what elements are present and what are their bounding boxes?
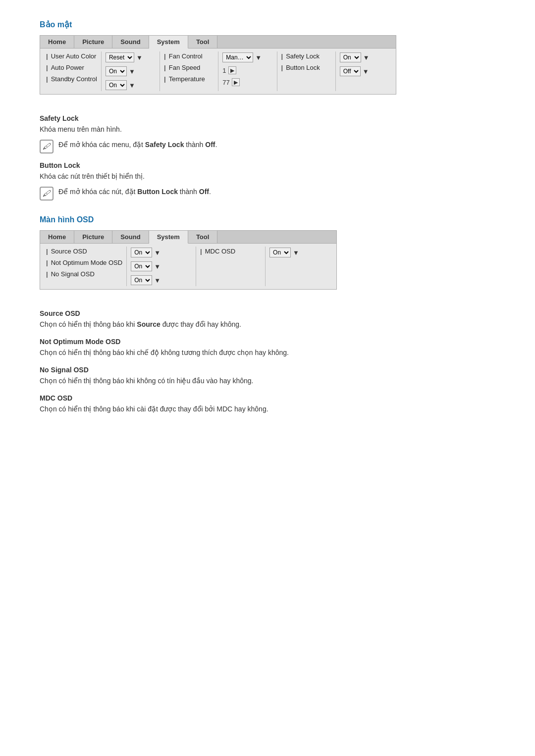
mdc-osd-row: | MDC OSD bbox=[200, 247, 261, 256]
mdc-osd-section: MDC OSD Chọn có hiển thị thông báo khi c… bbox=[40, 394, 495, 414]
not-optimum-osd-section: Not Optimum Mode OSD Chọn có hiển thị th… bbox=[40, 338, 495, 358]
note-icon-2: 🖊 bbox=[40, 187, 54, 201]
temperature-value: 77 ▶ bbox=[222, 77, 272, 87]
dropdown-arrow: ▼ bbox=[154, 277, 160, 284]
mdc-osd-select[interactable]: On bbox=[269, 248, 291, 257]
pipe-icon: | bbox=[164, 52, 166, 60]
osd-col2: On ▼ On ▼ On ▼ bbox=[127, 247, 196, 286]
security-col1: | User Auto Color | Auto Power | Standby… bbox=[42, 51, 102, 91]
safety-lock-bold1: Safety Lock bbox=[145, 141, 184, 149]
osd-section: Màn hình OSD Home Picture Sound System T… bbox=[40, 215, 495, 414]
mdc-osd-value: On ▼ bbox=[269, 247, 330, 258]
button-lock-section: Button Lock Khóa các nút trên thiết bị h… bbox=[40, 161, 495, 201]
tab-home-osd[interactable]: Home bbox=[40, 231, 74, 243]
mdc-osd-label: MDC OSD bbox=[205, 248, 235, 255]
tab-system-security[interactable]: System bbox=[149, 36, 188, 49]
auto-power-label: Auto Power bbox=[51, 64, 84, 71]
not-optimum-osd-select[interactable]: On bbox=[131, 261, 152, 271]
dropdown-arrow: ▼ bbox=[129, 68, 135, 75]
not-optimum-osd-desc: Chọn có hiển thị thông báo khi chế độ kh… bbox=[40, 348, 495, 358]
user-auto-color-label: User Auto Color bbox=[51, 52, 97, 60]
mdc-osd-desc: Chọn có hiển thị thông báo khi cài đặt đ… bbox=[40, 404, 495, 414]
not-optimum-osd-label: Not Optimum Mode OSD bbox=[51, 259, 123, 266]
pipe-icon: | bbox=[164, 75, 166, 83]
pipe-icon: | bbox=[164, 64, 166, 71]
pipe-icon: | bbox=[46, 248, 48, 255]
source-osd-select[interactable]: On bbox=[131, 248, 152, 257]
pipe-icon: | bbox=[46, 52, 48, 60]
button-lock-note-text: Để mở khóa các nút, đặt Button Lock thàn… bbox=[58, 187, 211, 197]
dropdown-arrow: ▼ bbox=[363, 68, 369, 75]
button-lock-bold2: Off bbox=[199, 188, 209, 196]
source-osd-section: Source OSD Chọn có hiển thị thông báo kh… bbox=[40, 309, 495, 330]
pipe-icon: | bbox=[46, 64, 48, 71]
auto-power-select[interactable]: On bbox=[106, 66, 127, 76]
safety-lock-select[interactable]: On bbox=[340, 52, 361, 62]
fan-speed-next[interactable]: ▶ bbox=[228, 66, 236, 74]
no-signal-osd-title: No Signal OSD bbox=[40, 366, 495, 374]
dropdown-arrow: ▼ bbox=[154, 263, 160, 270]
security-col3: | Fan Control | Fan Speed | Temperature bbox=[160, 51, 218, 91]
security-table-body: | User Auto Color | Auto Power | Standby… bbox=[40, 49, 396, 94]
dropdown-arrow: ▼ bbox=[129, 82, 135, 89]
tab-tool-osd[interactable]: Tool bbox=[188, 231, 217, 243]
tab-tool-security[interactable]: Tool bbox=[188, 36, 217, 48]
temperature-next[interactable]: ▶ bbox=[232, 78, 240, 86]
standby-control-select[interactable]: On bbox=[106, 80, 127, 90]
mdc-osd-title: MDC OSD bbox=[40, 394, 495, 402]
button-lock-title: Button Lock bbox=[40, 161, 495, 169]
temperature-label: Temperature bbox=[169, 75, 205, 83]
safety-lock-label: Safety Lock bbox=[286, 52, 320, 60]
fan-speed-row: | Fan Speed bbox=[164, 63, 214, 72]
temperature-row: | Temperature bbox=[164, 74, 214, 84]
safety-lock-note: 🖊 Để mở khóa các menu, đặt Safety Lock t… bbox=[40, 140, 495, 153]
pipe-icon: | bbox=[46, 270, 48, 278]
pipe-icon: | bbox=[281, 64, 283, 71]
osd-col3: | MDC OSD bbox=[196, 247, 266, 286]
pipe-icon: | bbox=[281, 52, 283, 60]
note-icon: 🖊 bbox=[40, 140, 54, 153]
source-bold: Source bbox=[137, 320, 160, 328]
security-col2: Reset ▼ On ▼ On ▼ bbox=[102, 51, 160, 91]
source-osd-label: Source OSD bbox=[51, 248, 87, 255]
security-col6: On ▼ Off ▼ bbox=[336, 51, 394, 91]
pipe-icon: | bbox=[46, 259, 48, 266]
fan-control-label: Fan Control bbox=[169, 52, 203, 60]
security-table: Home Picture Sound System Tool | User Au… bbox=[40, 35, 396, 95]
source-osd-desc: Chọn có hiển thị thông báo khi Source đư… bbox=[40, 319, 495, 330]
safety-lock-value: On ▼ bbox=[340, 51, 390, 63]
tab-picture-security[interactable]: Picture bbox=[74, 36, 112, 48]
safety-lock-desc: Khóa menu trên màn hình. bbox=[40, 124, 495, 135]
tab-home-security[interactable]: Home bbox=[40, 36, 74, 48]
security-section: Bảo mật Home Picture Sound System Tool |… bbox=[40, 20, 495, 201]
tab-system-osd[interactable]: System bbox=[149, 231, 188, 244]
no-signal-osd-select[interactable]: On bbox=[131, 275, 152, 285]
button-lock-bold1: Button Lock bbox=[137, 188, 178, 196]
tab-sound-security[interactable]: Sound bbox=[112, 36, 149, 48]
fan-speed-val: 1 bbox=[222, 67, 226, 74]
pipe-icon: | bbox=[46, 75, 48, 83]
tab-sound-osd[interactable]: Sound bbox=[112, 231, 149, 243]
button-lock-desc: Khóa các nút trên thiết bị hiển thị. bbox=[40, 171, 495, 182]
dropdown-arrow: ▼ bbox=[363, 54, 370, 61]
osd-title: Màn hình OSD bbox=[40, 215, 495, 224]
auto-power-control: On ▼ bbox=[106, 65, 156, 77]
fan-speed-value: 1 ▶ bbox=[222, 65, 272, 75]
source-osd-row: | Source OSD bbox=[46, 247, 122, 256]
dropdown-arrow: ▼ bbox=[154, 249, 160, 256]
button-lock-select[interactable]: Off bbox=[340, 66, 361, 76]
temperature-val: 77 bbox=[222, 79, 229, 86]
no-signal-osd-section: No Signal OSD Chọn có hiển thị thông báo… bbox=[40, 366, 495, 386]
dropdown-arrow: ▼ bbox=[136, 54, 143, 61]
safety-lock-section: Safety Lock Khóa menu trên màn hình. 🖊 Đ… bbox=[40, 114, 495, 153]
standby-control-control: On ▼ bbox=[106, 79, 156, 91]
osd-tab-bar: Home Picture Sound System Tool bbox=[40, 231, 336, 244]
tab-picture-osd[interactable]: Picture bbox=[74, 231, 112, 243]
safety-lock-title: Safety Lock bbox=[40, 114, 495, 122]
security-tab-bar: Home Picture Sound System Tool bbox=[40, 36, 396, 49]
fan-control-value: Man… ▼ bbox=[222, 51, 272, 63]
user-auto-color-select[interactable]: Reset bbox=[106, 52, 134, 62]
osd-table-body: | Source OSD | Not Optimum Mode OSD | No… bbox=[40, 244, 336, 289]
user-auto-color-row: | User Auto Color bbox=[46, 51, 97, 61]
fan-control-select[interactable]: Man… bbox=[222, 52, 253, 62]
